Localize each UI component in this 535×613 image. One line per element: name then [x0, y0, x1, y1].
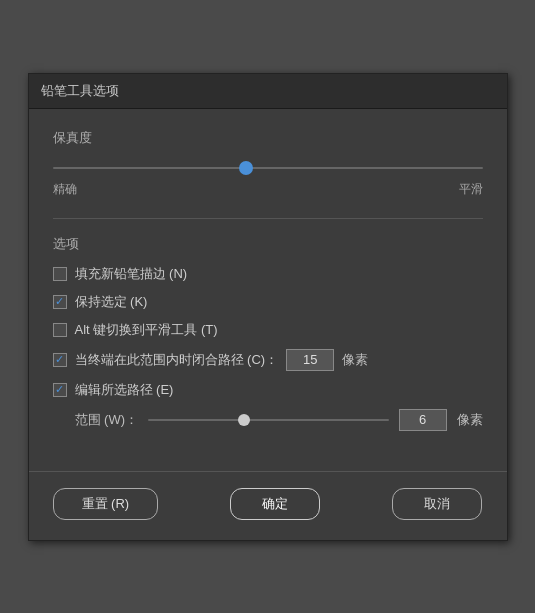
checkmark-keep-selected: ✓ [55, 296, 64, 307]
fidelity-label: 保真度 [53, 129, 483, 147]
close-path-unit: 像素 [342, 351, 368, 369]
range-row: 范围 (W)： 像素 [75, 409, 483, 431]
confirm-button[interactable]: 确定 [230, 488, 320, 520]
options-section: 选项 填充新铅笔描边 (N) ✓ 保持选定 (K) Alt 键切换到平滑工具 (… [53, 235, 483, 431]
pencil-tool-dialog: 铅笔工具选项 保真度 精确 平滑 选项 填充新铅笔描边 (N) [28, 73, 508, 541]
range-input[interactable] [399, 409, 447, 431]
label-close-path: 当终端在此范围内时闭合路径 (C)： [75, 351, 279, 369]
option-edit-path: ✓ 编辑所选路径 (E) [53, 381, 483, 399]
range-label: 范围 (W)： [75, 411, 139, 429]
dialog-title: 铅笔工具选项 [29, 74, 507, 109]
options-label: 选项 [53, 235, 483, 253]
reset-button[interactable]: 重置 (R) [53, 488, 159, 520]
checkbox-alt-smooth[interactable] [53, 323, 67, 337]
close-path-row: ✓ 当终端在此范围内时闭合路径 (C)： 像素 [53, 349, 369, 371]
fidelity-slider-container [53, 159, 483, 177]
checkbox-fill-stroke[interactable] [53, 267, 67, 281]
range-slider-thumb[interactable] [238, 414, 250, 426]
fidelity-right-label: 平滑 [459, 181, 483, 198]
label-fill-stroke: 填充新铅笔描边 (N) [75, 265, 188, 283]
option-fill-stroke: 填充新铅笔描边 (N) [53, 265, 483, 283]
fidelity-slider-thumb[interactable] [239, 161, 253, 175]
range-unit: 像素 [457, 411, 483, 429]
cancel-button[interactable]: 取消 [392, 488, 482, 520]
fidelity-section: 保真度 精确 平滑 [53, 129, 483, 198]
checkbox-close-path[interactable]: ✓ [53, 353, 67, 367]
dialog-footer: 重置 (R) 确定 取消 [29, 471, 507, 540]
option-alt-smooth: Alt 键切换到平滑工具 (T) [53, 321, 483, 339]
range-slider-track[interactable] [148, 419, 388, 421]
fidelity-slider-track[interactable] [53, 167, 483, 169]
checkmark-close-path: ✓ [55, 354, 64, 365]
title-text: 铅笔工具选项 [41, 83, 119, 98]
label-edit-path: 编辑所选路径 (E) [75, 381, 174, 399]
divider [53, 218, 483, 219]
checkbox-edit-path[interactable]: ✓ [53, 383, 67, 397]
close-path-input[interactable] [286, 349, 334, 371]
option-keep-selected: ✓ 保持选定 (K) [53, 293, 483, 311]
option-close-path: ✓ 当终端在此范围内时闭合路径 (C)： 像素 [53, 349, 483, 371]
label-alt-smooth: Alt 键切换到平滑工具 (T) [75, 321, 218, 339]
fidelity-left-label: 精确 [53, 181, 77, 198]
dialog-body: 保真度 精确 平滑 选项 填充新铅笔描边 (N) [29, 109, 507, 471]
checkmark-edit-path: ✓ [55, 384, 64, 395]
checkbox-keep-selected[interactable]: ✓ [53, 295, 67, 309]
label-keep-selected: 保持选定 (K) [75, 293, 148, 311]
fidelity-slider-labels: 精确 平滑 [53, 181, 483, 198]
